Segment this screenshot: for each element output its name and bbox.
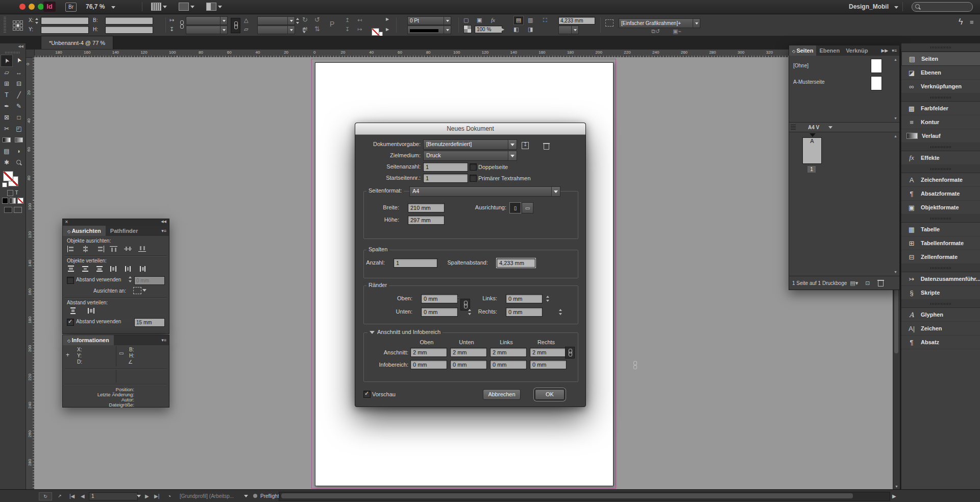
stroke-weight-dropdown[interactable]: 0 Pt xyxy=(407,16,451,25)
window-minimize-button[interactable] xyxy=(29,4,35,10)
window-arrange-dropdown[interactable] xyxy=(206,3,222,11)
master-none-thumbnail[interactable] xyxy=(871,59,882,73)
break-link-style-icon[interactable]: ▣⌁ xyxy=(673,28,681,35)
clear-overrides-icon[interactable]: ⧉↺ xyxy=(651,28,660,35)
shear-dropdown[interactable] xyxy=(257,26,295,34)
expand-panels-icon[interactable]: ▶▶ xyxy=(881,45,890,56)
new-page-icon[interactable]: ⊡ xyxy=(865,279,870,286)
screen-mode-normal-button[interactable] xyxy=(4,207,12,213)
slug-bottom-field[interactable] xyxy=(450,360,487,369)
clock-icon[interactable]: ◔ xyxy=(167,493,171,500)
align-to-icon[interactable] xyxy=(133,287,141,294)
unlink-slug-icon[interactable] xyxy=(632,361,638,369)
scale-y-dropdown[interactable] xyxy=(186,26,228,34)
select-next-icon[interactable]: ↦ xyxy=(357,26,362,33)
dock-item-zellenformate[interactable]: ⊟Zellenformate xyxy=(901,250,980,264)
last-page-icon[interactable]: ▶| xyxy=(154,493,159,499)
stroke-flyout-icon[interactable]: ▶ xyxy=(386,26,389,33)
bleed-left-field[interactable] xyxy=(490,348,527,357)
align-top-icon[interactable] xyxy=(110,246,119,252)
frame-fitting-icon[interactable]: ⛶ xyxy=(543,16,547,23)
text-wrap-bounding-icon[interactable]: ▥ xyxy=(528,16,533,23)
panel-menu-icon[interactable]: ▾≡ xyxy=(161,226,169,236)
align-left-icon[interactable] xyxy=(67,246,76,252)
space-v-icon[interactable] xyxy=(69,307,78,314)
scroll-down-icon[interactable]: ▼ xyxy=(894,116,897,120)
fill-stroke-controls[interactable] xyxy=(0,170,26,188)
text-wrap-object-icon[interactable]: ◧ xyxy=(513,26,519,33)
page-format-dropdown[interactable]: A4 xyxy=(409,186,560,197)
width-field[interactable] xyxy=(105,17,153,25)
dock-item-datenzusammenfuehrung[interactable]: ↣Datenzusammenführ... xyxy=(901,272,980,286)
space-h-icon[interactable] xyxy=(87,307,96,314)
select-content-icon[interactable]: ↧ xyxy=(345,26,350,33)
bleed-bottom-field[interactable] xyxy=(450,348,487,357)
next-page-icon[interactable]: ▶ xyxy=(145,493,149,499)
opacity-field[interactable]: 100 % xyxy=(475,26,502,33)
formatting-text-icon[interactable]: T xyxy=(15,190,18,196)
corner-shape-icon[interactable]: ▣ xyxy=(477,16,482,23)
save-preset-icon[interactable] xyxy=(522,142,529,149)
dock-group-separator[interactable] xyxy=(901,300,980,308)
align-center-h-icon[interactable] xyxy=(81,246,90,252)
page-width-field[interactable] xyxy=(408,203,445,212)
search-input[interactable] xyxy=(912,2,973,12)
fill-swatch[interactable] xyxy=(3,171,13,181)
text-wrap-jump-icon[interactable]: ◨ xyxy=(528,26,533,33)
corner-options-icon[interactable]: ▢ xyxy=(463,16,469,23)
start-page-field[interactable] xyxy=(423,174,468,183)
eyedropper-tool[interactable]: ◗ xyxy=(13,146,25,157)
formatting-container-icon[interactable] xyxy=(7,190,13,196)
panel-menu-icon[interactable]: ▾≡ xyxy=(161,335,169,345)
intent-dropdown[interactable]: Druck xyxy=(423,151,517,161)
preflight-profile-dropdown[interactable]: [Grundprofil] (Arbeitsp... xyxy=(180,493,234,499)
link-bleed-button[interactable] xyxy=(565,347,575,358)
previous-page-icon[interactable]: ◀ xyxy=(81,493,85,499)
preset-dropdown[interactable]: [Benutzerdefiniert] xyxy=(423,139,517,150)
slug-left-field[interactable] xyxy=(490,360,527,369)
page-count-field[interactable] xyxy=(423,162,468,172)
rotation-dropdown[interactable] xyxy=(257,16,295,25)
gradient-feather-tool[interactable] xyxy=(13,134,25,146)
collapse-panel-icon[interactable]: ◀◀ xyxy=(0,43,26,51)
dock-group-separator[interactable] xyxy=(901,264,980,272)
dock-group-separator[interactable] xyxy=(901,165,980,173)
constrain-proportions-icon[interactable] xyxy=(179,20,185,29)
dock-item-tabellenformate[interactable]: ⊞Tabellenformate xyxy=(901,236,980,250)
scroll-right-icon[interactable]: ▶ xyxy=(892,493,896,499)
object-style-dropdown[interactable]: [Einfacher Grafikrahmen]+ xyxy=(619,18,700,28)
facing-pages-checkbox[interactable] xyxy=(470,163,477,171)
panel-menu-icon[interactable]: ▾≡ xyxy=(892,45,899,56)
master-a-label[interactable]: A-Musterseite xyxy=(793,79,825,85)
master-none-label[interactable]: [Ohne] xyxy=(793,63,808,68)
panel-drag-handle[interactable] xyxy=(791,125,796,130)
align-bottom-icon[interactable] xyxy=(138,246,148,252)
fill-flyout-icon[interactable]: ▶ xyxy=(386,16,389,23)
dock-group-separator[interactable] xyxy=(901,93,980,102)
page-tool[interactable]: ▱ xyxy=(1,67,13,78)
master-a-thumbnail[interactable] xyxy=(871,76,882,90)
horizontal-scroll-thumb[interactable] xyxy=(281,493,853,498)
dock-item-kontur[interactable]: ≡Kontur xyxy=(901,115,980,129)
margin-left-stepper[interactable] xyxy=(546,295,550,302)
tab-pathfinder[interactable]: Pathfinder xyxy=(106,226,142,236)
dist-center-v-icon[interactable] xyxy=(81,266,90,272)
type-tool[interactable]: T xyxy=(1,89,13,101)
dock-item-verknuepfungen[interactable]: ∞Verknüpfungen xyxy=(901,80,980,93)
slug-top-field[interactable] xyxy=(410,360,447,369)
align-right-icon[interactable] xyxy=(95,246,105,252)
dock-item-objektformate[interactable]: ▣Objektformate xyxy=(901,201,980,214)
tab-ebenen[interactable]: Ebenen xyxy=(816,45,843,56)
panel-drag-handle[interactable] xyxy=(4,17,6,33)
content-collector-tool[interactable]: ⊞ xyxy=(1,78,13,89)
rotate-ccw-icon[interactable]: ↺ xyxy=(314,16,320,23)
use-spacing-field[interactable] xyxy=(134,276,165,285)
dock-item-verlauf[interactable]: Verlauf xyxy=(901,129,980,143)
height-field[interactable] xyxy=(105,26,153,34)
flip-horizontal-icon[interactable]: ↦ xyxy=(169,16,174,23)
page-1-thumbnail[interactable]: A xyxy=(802,137,822,164)
dock-item-ebenen[interactable]: ◪Ebenen xyxy=(901,66,980,80)
dialog-title[interactable]: Neues Dokument xyxy=(355,123,585,135)
selection-tool[interactable]: ➤ xyxy=(1,55,13,67)
orientation-landscape-button[interactable]: ▭ xyxy=(522,202,533,213)
